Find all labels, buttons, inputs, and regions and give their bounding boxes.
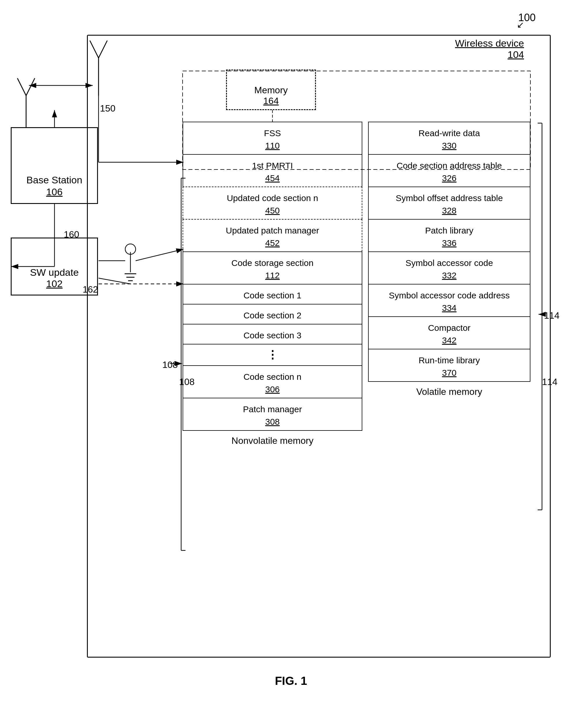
vol-block-0: Read-write data330 <box>368 122 530 154</box>
nv-block-2: Updated code section n450 <box>183 187 362 219</box>
arrow-100-icon: ↙ <box>517 20 524 30</box>
vol-ref-7: 370 <box>371 367 528 378</box>
label-108: 108 <box>179 376 195 387</box>
vol-block-7: Run-time library370 <box>368 349 530 382</box>
nv-block-10: Patch manager308 <box>183 398 362 431</box>
vol-ref-2: 328 <box>371 205 528 216</box>
vol-ref-0: 330 <box>371 140 528 151</box>
base-station-label: Base Station 106 <box>26 174 82 198</box>
memory-box: Memory 164 <box>226 70 316 110</box>
wireless-device-label: Wireless device 104 <box>455 38 524 60</box>
svg-line-4 <box>17 78 26 96</box>
label-114: 114 <box>542 376 557 387</box>
sw-update-label: SW update 102 <box>30 267 79 289</box>
figure-caption: FIG. 1 <box>275 674 307 687</box>
vol-block-1: Code section address table326 <box>368 154 530 187</box>
volatile-stack: Read-write data330Code section address t… <box>368 122 530 397</box>
vol-ref-3: 336 <box>371 237 528 249</box>
vol-block-2: Symbol offset address table328 <box>368 187 530 219</box>
volatile-label: Volatile memory <box>368 386 530 397</box>
svg-line-5 <box>26 78 35 96</box>
vol-block-5: Symbol accessor code address334 <box>368 284 530 316</box>
nv-ref-10: 308 <box>185 416 359 427</box>
nv-ref-0: 110 <box>185 140 359 151</box>
nv-block-7: Code section 3 <box>183 324 362 344</box>
nv-block-6: Code section 2 <box>183 304 362 324</box>
nv-ref-4: 112 <box>185 270 359 281</box>
nv-ref-2: 450 <box>185 205 359 216</box>
nv-block-1: 1st PMRTI454 <box>183 154 362 187</box>
vol-ref-1: 326 <box>371 172 528 184</box>
nonvolatile-label: Nonvolatile memory <box>183 435 362 446</box>
nv-ref-9: 306 <box>185 384 359 395</box>
nv-block-3: Updated patch manager452 <box>183 219 362 252</box>
vol-ref-6: 342 <box>371 335 528 346</box>
nv-ref-1: 454 <box>185 172 359 184</box>
nonvolatile-stack: FSS1101st PMRTI454Updated code section n… <box>183 122 362 446</box>
vol-block-6: Compactor342 <box>368 316 530 349</box>
vol-block-3: Patch library336 <box>368 219 530 252</box>
vol-ref-5: 334 <box>371 302 528 313</box>
page: 100 ↙ Wireless device 104 Base Station 1… <box>0 0 582 728</box>
nv-block-5: Code section 1 <box>183 284 362 304</box>
nv-ref-3: 452 <box>185 237 359 249</box>
base-station-box: Base Station 106 <box>11 127 98 204</box>
nv-block-0: FSS110 <box>183 122 362 154</box>
sw-update-box: SW update 102 <box>11 238 98 295</box>
nv-block-9: Code section n306 <box>183 365 362 398</box>
nv-block-4: Code storage section112 <box>183 252 362 284</box>
dots-row: ⋮ <box>183 344 362 365</box>
vol-block-4: Symbol accessor code332 <box>368 252 530 284</box>
vol-ref-4: 332 <box>371 270 528 281</box>
